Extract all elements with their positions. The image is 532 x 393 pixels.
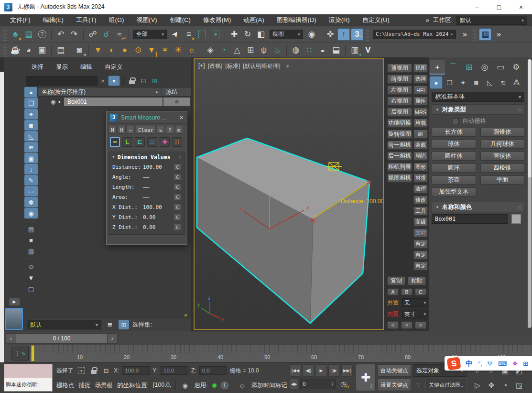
primitive-button[interactable]: 管状体 [480,152,525,161]
set-key-button[interactable]: 设置关键点 [378,379,411,391]
abc-button[interactable]: B [401,288,413,295]
menu-item[interactable]: 编辑(E) [37,16,70,24]
measure-closed-mode[interactable]: □ [147,137,157,147]
previous-frame-button[interactable]: ‹ [6,333,16,344]
color-swatch[interactable] [5,308,23,330]
maxscript-mini-listener[interactable]: 脚本迷你侦听: [4,364,53,392]
key-filters-button[interactable]: 关键点过滤器.. [425,379,467,391]
ime-toolbox-icon[interactable]: ⊞ [523,360,528,367]
primitive-button[interactable]: 球体 [432,140,476,149]
filter-spacewarps-icon[interactable]: ≋ [24,142,38,153]
view-command-button[interactable]: 后视图 [387,108,412,117]
explorer-window-icon[interactable]: ▣ [36,44,48,56]
copy-button[interactable]: 复制 [387,276,405,285]
microphone-icon[interactable]: Ψ [488,360,493,367]
dialog-tool-button[interactable]: ← [127,126,135,134]
pivot-center-icon[interactable]: ◉ [305,28,318,41]
frozen-cell[interactable]: ❄ [163,98,190,106]
panel-command-button[interactable]: 自定 [413,240,428,249]
dialog-close-icon[interactable]: × [179,113,184,121]
filter-shapes-icon[interactable]: ❐ [24,98,38,109]
view-command-button[interactable]: 前视图 [387,75,412,84]
absolute-offset-toggle[interactable]: ⊡ [101,366,111,375]
abc-button[interactable]: A [387,288,399,295]
frozen-column-header[interactable]: 冻结 [162,87,191,96]
sun-light-icon[interactable]: ☀ [172,44,185,56]
dialog-tool-button[interactable]: ↻ [157,126,165,134]
explorer-menu-item[interactable]: 选择 [32,63,43,71]
select-manipulate-icon[interactable]: ✜ [324,28,337,41]
menu-overflow-chevron[interactable]: » [425,16,429,24]
viewport-menu[interactable]: [透视] [208,62,223,70]
category-dropdown[interactable]: 标准基本体▾ [432,92,524,102]
maximize-button[interactable]: □ [488,0,510,14]
set-keys-button[interactable]: ✚⚷ [356,364,376,391]
toolbar-overflow-chevron-2[interactable]: » [492,28,505,41]
more-chevron[interactable]: » [184,312,187,318]
window-crossing-icon[interactable]: ▪ [209,28,222,41]
select-rotate-icon[interactable]: ↻ [241,28,254,41]
select-and-link-icon[interactable]: ☍ [87,28,99,41]
view-command-button[interactable]: 功能切换 [387,119,412,128]
object-color-swatch[interactable] [511,214,521,224]
display-detail-icon[interactable]: ▥ [24,246,38,256]
collapse-all-icon[interactable]: ⊟ [139,77,148,85]
visibility-eye-icon[interactable]: ◉ [51,98,55,105]
layers-icon[interactable]: ≣ [105,320,115,329]
snap-3d-toggle[interactable]: 3⌒ [351,28,363,41]
panel-command-button[interactable]: 视图 [413,64,428,73]
ies-light-icon[interactable]: ✶ [159,44,171,56]
object-name-field[interactable]: Box001 [432,214,508,224]
subtab-lights[interactable]: ✦ [456,76,469,89]
panel-command-button[interactable]: 塌陷 [413,152,428,161]
copy-button[interactable]: C [174,174,181,181]
filter-bones-icon[interactable]: ✎ [24,175,38,186]
unlink-selection-icon[interactable]: ☌ [100,28,112,41]
sphere-light-icon[interactable]: ● [119,44,131,56]
tab-modify[interactable]: ⌒ [445,60,461,75]
monitor-icon[interactable]: ▥◂ [348,44,361,56]
key-filter-icon[interactable]: ∵ [413,379,424,391]
collapse-chevron-icon[interactable]: ∧ [518,383,523,391]
strip-nav-button[interactable]: > [415,321,426,329]
panel-command-button[interactable]: 自定 [413,251,428,260]
object-name-cell[interactable]: Box001 [64,98,163,106]
measure-angle-mode[interactable]: L [122,137,132,147]
panel-command-button[interactable]: 选择 [413,75,428,84]
view-command-button[interactable]: 旋转视图 [387,130,412,139]
fire-effect-icon[interactable]: ♨ [271,44,283,56]
rollout-name-color[interactable]: ▼名称和颜色∷ [432,202,524,212]
undo-icon[interactable]: ↶ [54,28,67,41]
view-command-button[interactable]: 后一相机 [387,152,412,161]
view-command-button[interactable]: 左视图 [387,86,412,95]
camera-icon[interactable]: ◙◂ [73,44,86,56]
subtab-geometry[interactable]: ● [430,76,443,89]
badge-one[interactable]: 1 [221,382,228,389]
panel-command-button[interactable]: 工具 [413,207,428,216]
panel-command-button[interactable]: 材质 [413,174,428,183]
search-filter-icon[interactable]: ▼ [108,76,120,86]
teapot-icon[interactable]: ☕ [9,44,22,56]
expand-panel-button[interactable]: ▶ [9,297,20,306]
primitive-button[interactable]: 圆锥体 [480,128,525,137]
toolbar-overflow-chevron[interactable]: » [458,28,471,41]
dialog-tool-button[interactable]: Clear [136,126,156,134]
explorer-menu-item[interactable]: 显示 [56,63,68,71]
workspace-dropdown[interactable]: 默认▾ [456,16,527,25]
tab-utilities[interactable]: ⚙ [509,60,524,75]
display-thumb-icon[interactable]: ■ [24,235,38,245]
primitive-button[interactable]: 圆环 [432,164,476,173]
current-frame-field[interactable]: 0▴▾ [300,379,336,389]
filter-containers-icon[interactable]: ↓ [24,164,38,175]
listener-macro-pane[interactable] [4,364,52,378]
view-command-button[interactable]: 前一相机 [387,141,412,150]
playback-button[interactable]: ◀|| [303,364,314,377]
menu-item[interactable]: 创建(C) [163,16,197,24]
filter-hidden-icon[interactable]: ◉ [24,208,38,218]
panel-command-button[interactable]: 装载 [413,141,428,150]
dialog-tool-button[interactable]: H [118,126,126,134]
menu-item[interactable]: 渲染(R) [323,16,356,24]
help-icon[interactable]: ? [36,28,48,41]
spot-light-icon[interactable]: ▼ [92,44,104,56]
y-coordinate-field[interactable]: 10.0 [161,366,188,375]
